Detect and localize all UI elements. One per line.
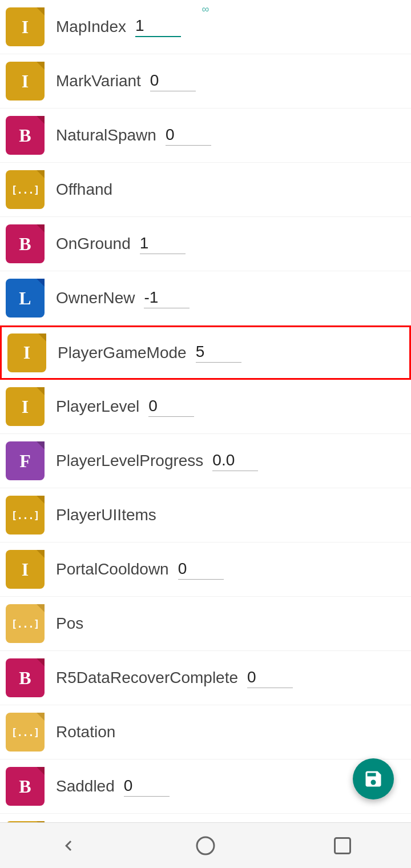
field-value-portal-cooldown[interactable]: 0 (178, 560, 224, 580)
field-name-portal-cooldown: PortalCooldown (56, 560, 169, 578)
field-name-pos: Pos (56, 614, 83, 633)
row-content-player-level: PlayerLevel0 (56, 397, 411, 417)
field-name-player-level: PlayerLevel (56, 397, 139, 416)
row-content-player-game-mode: PlayerGameMode5 (58, 343, 409, 363)
type-icon-pos: [...] (6, 604, 45, 643)
row-content-player-level-progress: PlayerLevelProgress0.0 (56, 451, 411, 471)
type-icon-player-level-progress: F (6, 441, 45, 480)
back-nav-button[interactable] (55, 832, 82, 859)
list-item-mark-variant[interactable]: IMarkVariant0 (0, 54, 411, 108)
row-content-player-ui-items: PlayerUIItems (56, 506, 411, 524)
type-icon-r5-data-recover: B (6, 658, 45, 697)
list-item-player-level[interactable]: IPlayerLevel0 (0, 380, 411, 434)
row-content-mark-variant: MarkVariant0 (56, 71, 411, 91)
field-name-offhand: Offhand (56, 180, 112, 199)
list-item-rotation[interactable]: [...]Rotation (0, 705, 411, 760)
list-item-player-ui-items[interactable]: [...]PlayerUIItems (0, 488, 411, 542)
list-item-pos[interactable]: [...]Pos (0, 597, 411, 651)
field-value-player-game-mode[interactable]: 5 (196, 343, 241, 363)
list-item-natural-spawn[interactable]: BNaturalSpawn0 (0, 108, 411, 163)
row-content-offhand: Offhand (56, 180, 411, 199)
field-name-saddled: Saddled (56, 777, 115, 795)
row-content-r5-data-recover: R5DataRecoverComplete0 (56, 668, 411, 688)
field-value-natural-spawn[interactable]: 0 (166, 126, 211, 146)
field-name-owner-new: OwnerNew (56, 289, 135, 307)
type-icon-portal-cooldown: I (6, 550, 45, 589)
row-content-natural-spawn: NaturalSpawn0 (56, 126, 411, 146)
row-content-owner-new: OwnerNew-1 (56, 288, 411, 308)
type-icon-mark-variant: I (6, 62, 45, 101)
list-item-saddled[interactable]: BSaddled0 (0, 760, 411, 814)
type-icon-player-level: I (6, 387, 45, 426)
row-content-map-index: MapIndex1 (56, 17, 411, 37)
type-icon-map-index: I (6, 7, 45, 46)
field-name-player-level-progress: PlayerLevelProgress (56, 452, 203, 470)
field-name-on-ground: OnGround (56, 235, 131, 253)
field-name-r5-data-recover: R5DataRecoverComplete (56, 669, 238, 687)
field-name-rotation: Rotation (56, 723, 115, 741)
type-icon-natural-spawn: B (6, 116, 45, 155)
row-content-rotation: Rotation (56, 723, 411, 741)
home-nav-button[interactable] (192, 832, 219, 859)
field-name-natural-spawn: NaturalSpawn (56, 126, 156, 144)
type-icon-player-ui-items: [...] (6, 496, 45, 535)
infinity-icon: ∞ (202, 3, 209, 15)
list-item-map-index[interactable]: I∞MapIndex1 (0, 0, 411, 54)
svg-point-0 (197, 837, 214, 854)
save-button[interactable] (353, 758, 394, 799)
list-item-offhand[interactable]: [...]Offhand (0, 163, 411, 217)
field-value-on-ground[interactable]: 1 (140, 234, 186, 254)
type-icon-player-game-mode: I (7, 333, 46, 372)
list-item-r5-data-recover[interactable]: BR5DataRecoverComplete0 (0, 651, 411, 705)
field-value-player-level[interactable]: 0 (148, 397, 194, 417)
field-name-map-index: MapIndex (56, 18, 126, 36)
field-name-player-ui-items: PlayerUIItems (56, 506, 156, 524)
type-icon-on-ground: B (6, 224, 45, 263)
list-item-player-level-progress[interactable]: FPlayerLevelProgress0.0 (0, 434, 411, 488)
field-name-player-game-mode: PlayerGameMode (58, 344, 187, 362)
field-value-mark-variant[interactable]: 0 (150, 71, 196, 91)
field-value-r5-data-recover[interactable]: 0 (247, 668, 293, 688)
row-content-on-ground: OnGround1 (56, 234, 411, 254)
field-value-saddled[interactable]: 0 (124, 777, 170, 797)
recents-nav-button[interactable] (329, 832, 356, 859)
navigation-bar (0, 822, 411, 868)
row-content-portal-cooldown: PortalCooldown0 (56, 560, 411, 580)
field-name-mark-variant: MarkVariant (56, 72, 141, 90)
field-value-player-level-progress[interactable]: 0.0 (212, 451, 258, 471)
list-item-on-ground[interactable]: BOnGround1 (0, 217, 411, 271)
list-item-player-game-mode[interactable]: IPlayerGameMode5 (0, 326, 411, 380)
type-icon-rotation: [...] (6, 713, 45, 752)
list-item-portal-cooldown[interactable]: IPortalCooldown0 (0, 542, 411, 597)
list-item-owner-new[interactable]: LOwnerNew-1 (0, 271, 411, 326)
field-value-map-index[interactable]: 1 (135, 17, 181, 37)
field-value-owner-new[interactable]: -1 (144, 288, 190, 308)
type-icon-offhand: [...] (6, 170, 45, 209)
type-icon-owner-new: L (6, 279, 45, 318)
svg-rect-1 (335, 838, 350, 853)
row-content-pos: Pos (56, 614, 411, 633)
type-icon-saddled: B (6, 767, 45, 806)
